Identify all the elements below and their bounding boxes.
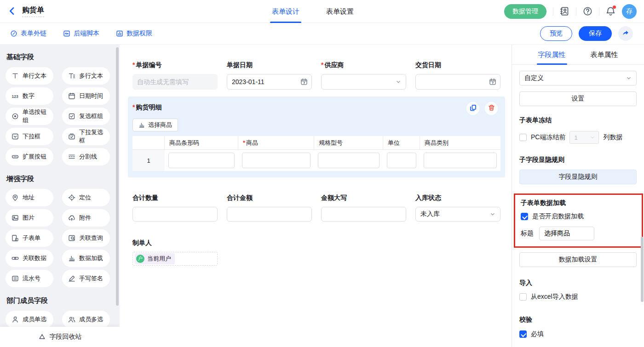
sidebar-scrollbar[interactable] (116, 47, 119, 306)
sidebar-field-item[interactable]: 图片 (6, 209, 53, 227)
delete-button[interactable] (485, 102, 498, 115)
sidebar-field-item[interactable]: 多行文本 (62, 67, 110, 85)
sidebar-field-item[interactable]: 成员多选 (62, 311, 110, 328)
sidebar-field-item[interactable]: 手写签名 (62, 270, 110, 287)
sidebar-field-item[interactable]: 扩展按钮 (6, 148, 53, 165)
sidebar-field-item[interactable]: 123数字 (6, 87, 53, 105)
divider (553, 7, 553, 16)
excel-import-checkbox[interactable] (519, 293, 527, 301)
field-total-qty[interactable]: 合计数量 (132, 194, 218, 222)
bell-icon[interactable] (606, 6, 615, 16)
sidebar-field-item[interactable]: 数据加载 (62, 250, 110, 267)
sidebar-field-item[interactable]: 成员单选 (6, 311, 53, 328)
visibility-rules-button[interactable]: 字段显隐规则 (519, 170, 637, 184)
settings-button[interactable]: 设置 (519, 91, 637, 106)
table-cell[interactable] (383, 150, 420, 171)
data-manage-button[interactable]: 数据管理 (504, 4, 546, 19)
cell-input[interactable] (318, 153, 380, 168)
data-load-title-input[interactable] (539, 227, 594, 240)
cell-input[interactable] (424, 153, 497, 168)
cell-input[interactable] (387, 153, 416, 168)
field-total-amount[interactable]: 合计金额 (227, 194, 312, 222)
data-permission-link[interactable]: 数据权限 (116, 29, 152, 38)
supplier-select[interactable] (321, 74, 406, 90)
sidebar-field-item[interactable]: 日期时间 (62, 87, 110, 105)
doc-date-input[interactable] (227, 74, 312, 90)
save-button[interactable]: 保存 (579, 26, 612, 41)
field-label: 供应商 (324, 61, 344, 69)
sidebar-field-item[interactable]: 流水号 (6, 270, 53, 287)
field-creator[interactable]: 制单人 户 当前用户 (132, 239, 505, 266)
sidebar-field-item[interactable]: 下拉框 (6, 128, 53, 145)
dataload-icon (68, 255, 75, 262)
field-recycle-bin[interactable]: 字段回收站 (0, 327, 120, 347)
sidebar-field-item[interactable]: 关联查询 (62, 229, 110, 247)
tab-form-design[interactable]: 表单设计 (272, 0, 299, 23)
field-doc-no[interactable]: *单据编号 (132, 61, 218, 90)
delivery-date-input[interactable] (415, 74, 500, 90)
creator-box[interactable]: 户 当前用户 (132, 252, 218, 266)
widget-type-select[interactable]: 自定义 (519, 71, 637, 85)
copy-button[interactable] (466, 102, 479, 115)
current-user-tag[interactable]: 户 当前用户 (135, 253, 175, 264)
doc-no-input[interactable] (132, 74, 218, 90)
data-load-settings-button[interactable]: 数据加载设置 (519, 252, 637, 267)
total-qty-input[interactable] (132, 207, 218, 222)
tab-field-properties[interactable]: 字段属性 (538, 45, 566, 65)
sidebar-field-item[interactable]: 关联数据 (6, 250, 53, 267)
field-delivery-date[interactable]: 交货日期 (415, 61, 500, 90)
sidebar-field-item[interactable]: 分割线 (62, 148, 110, 165)
required-checkbox[interactable] (519, 330, 527, 338)
signature-icon (68, 275, 75, 282)
sidebar-field-label: 地址 (23, 193, 34, 202)
current-user-icon: 户 (136, 255, 144, 263)
field-amount-words[interactable]: 金额大写 (321, 194, 406, 222)
table-column-header: 单位 (383, 136, 420, 150)
avatar[interactable]: 存 (622, 4, 637, 19)
sidebar-field-item[interactable]: 定位 (62, 189, 110, 206)
cell-input[interactable] (242, 153, 310, 168)
select-product-button[interactable]: 选择商品 (132, 119, 178, 131)
data-load-checkbox[interactable] (521, 213, 528, 220)
back-icon[interactable] (7, 6, 17, 17)
link-label: 后端脚本 (74, 29, 99, 38)
amount-words-input[interactable] (321, 207, 406, 222)
form-external-link[interactable]: 表单外链 (10, 29, 46, 38)
table-cell[interactable] (238, 150, 314, 171)
sidebar-field-item[interactable]: 单行文本 (6, 67, 53, 85)
sidebar-field-item[interactable]: 附件 (62, 209, 110, 227)
sidebar-field-item[interactable]: 子表单 (6, 229, 53, 247)
sidebar-field-item[interactable]: 下拉复选框 (62, 128, 110, 145)
sidebar-field-item[interactable]: 单选按钮组 (6, 108, 53, 125)
total-amount-input[interactable] (227, 207, 312, 222)
addressbook-icon[interactable] (560, 6, 569, 16)
freeze-count-select[interactable]: 1 (569, 131, 599, 144)
help-icon[interactable] (583, 6, 592, 16)
tab-form-properties[interactable]: 表单属性 (591, 45, 618, 65)
panel-scrollbar[interactable] (641, 237, 644, 302)
field-storage-status[interactable]: 入库状态 未入库 (415, 194, 500, 222)
divider (576, 7, 576, 16)
preview-button[interactable]: 预览 (540, 26, 572, 41)
field-doc-date[interactable]: 单据日期 (227, 61, 312, 90)
share-button[interactable] (618, 26, 633, 41)
subform-purchase-detail[interactable]: *购货明细 选择商品 商品条形码*商品规格型号单位商品类别 1 (128, 97, 505, 177)
sidebar-group-title: 基础字段 (6, 53, 110, 62)
table-cell[interactable] (314, 150, 383, 171)
backend-script-link[interactable]: 后端脚本 (63, 29, 99, 38)
cell-input[interactable] (168, 153, 235, 168)
current-user-label: 当前用户 (147, 255, 171, 263)
table-cell[interactable] (165, 150, 238, 171)
sidebar-field-label: 分割线 (79, 153, 97, 161)
sidebar-field-item[interactable]: 地址 (6, 189, 53, 206)
table-cell[interactable] (420, 150, 500, 171)
permission-icon (116, 30, 123, 37)
sidebar-field-item[interactable]: 复选框组 (62, 108, 110, 125)
tab-form-settings[interactable]: 表单设置 (326, 0, 354, 23)
sidebar-field-label: 复选框组 (79, 112, 103, 120)
section-title-visibility: 子字段显隐规则 (519, 156, 637, 164)
page-title[interactable]: 购货单 (22, 6, 44, 17)
field-supplier[interactable]: *供应商 (321, 61, 406, 90)
storage-status-select[interactable]: 未入库 (415, 207, 500, 222)
freeze-checkbox[interactable] (519, 134, 527, 141)
